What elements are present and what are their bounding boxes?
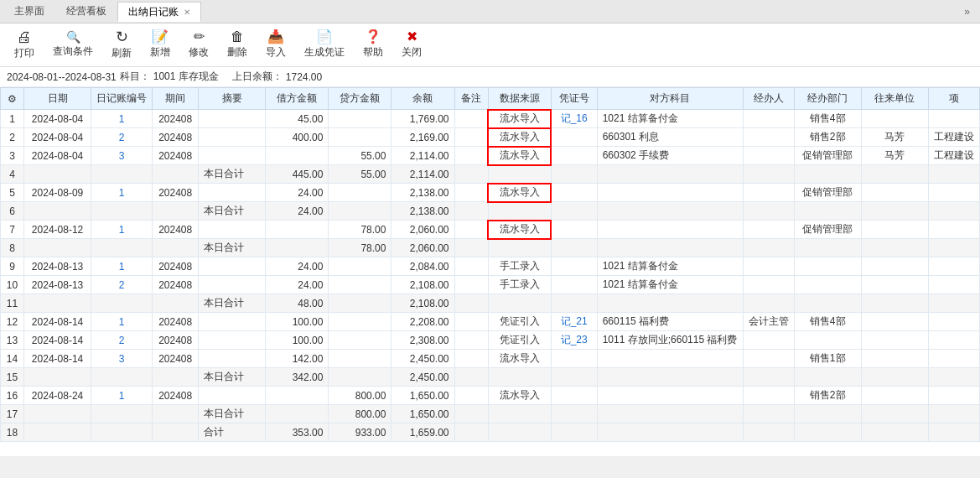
cell-vouchno[interactable]: [551, 387, 597, 405]
cell-vouchno[interactable]: [551, 221, 597, 239]
cell-datasrc: 流水导入: [488, 387, 551, 405]
import-label: 导入: [266, 45, 286, 60]
table-header-row: ⚙ 日期 日记账编号 期间 摘要 借方金额 贷方金额 余额 备注 数据来源 凭证…: [1, 88, 980, 110]
table-row[interactable]: 8本日合计78.002,060.00: [1, 239, 980, 257]
cell-vno[interactable]: [91, 405, 153, 423]
cell-vouchno[interactable]: [551, 147, 597, 165]
cell-vno[interactable]: [91, 423, 153, 442]
table-row[interactable]: 18合计353.00933.001,659.00: [1, 423, 980, 442]
delete-button[interactable]: 🗑 删除: [220, 27, 255, 64]
cell-credit: 55.00: [329, 165, 391, 184]
edit-icon: ✏: [194, 30, 205, 44]
tab-cashbook[interactable]: 出纳日记账 ✕: [117, 2, 201, 22]
table-row[interactable]: 132024-08-142202408100.002,308.00凭证引入记_2…: [1, 331, 980, 350]
table-row[interactable]: 72024-08-12120240878.002,060.00流水导入促销管理部: [1, 221, 980, 239]
cell-partner: [861, 184, 928, 202]
table-row[interactable]: 4本日合计445.0055.002,114.00: [1, 165, 980, 184]
cell-vno[interactable]: 1: [91, 184, 153, 202]
genvoucher-button[interactable]: 📄 生成凭证: [297, 27, 352, 64]
cell-remark: [454, 368, 488, 387]
table-row[interactable]: 102024-08-13220240824.002,108.00手工录入1021…: [1, 276, 980, 294]
cell-handler: [743, 405, 794, 423]
settings-col-header[interactable]: ⚙: [1, 88, 24, 110]
table-row[interactable]: 142024-08-143202408142.002,450.00流水导入销售1…: [1, 350, 980, 368]
import-button[interactable]: 📥 导入: [258, 27, 293, 64]
table-row[interactable]: 17本日合计800.001,650.00: [1, 405, 980, 423]
table-row[interactable]: 92024-08-13120240824.002,084.00手工录入1021 …: [1, 257, 980, 276]
cell-date: 2024-08-14: [24, 313, 91, 331]
cell-vouchno[interactable]: 记_23: [551, 331, 597, 350]
cell-vouchno[interactable]: [551, 294, 597, 313]
cell-vouchno[interactable]: 记_16: [551, 110, 597, 128]
cell-vno[interactable]: 2: [91, 331, 153, 350]
table-row[interactable]: 52024-08-09120240824.002,138.00流水导入促销管理部: [1, 184, 980, 202]
cell-vouchno[interactable]: [551, 423, 597, 442]
edit-button[interactable]: ✏ 修改: [181, 27, 216, 64]
cell-vno[interactable]: 1: [91, 257, 153, 276]
cell-vno[interactable]: 2: [91, 128, 153, 147]
cell-item: [928, 165, 979, 184]
table-row[interactable]: 122024-08-141202408100.002,208.00凭证引入记_2…: [1, 313, 980, 331]
table-row[interactable]: 22024-08-042202408400.002,169.00流水导入6603…: [1, 128, 980, 147]
help-button[interactable]: ❓ 帮助: [355, 27, 391, 64]
cell-partner: [861, 165, 928, 184]
cell-vno[interactable]: 1: [91, 110, 153, 128]
cell-seq: 16: [1, 387, 24, 405]
add-button[interactable]: 📝 新增: [143, 27, 178, 64]
cell-vouchno[interactable]: 记_21: [551, 313, 597, 331]
cell-remark: [454, 165, 488, 184]
cell-vno[interactable]: 1: [91, 387, 153, 405]
cell-partner: [861, 313, 928, 331]
table-row[interactable]: 32024-08-04320240855.002,114.00流水导入66030…: [1, 147, 980, 165]
cell-vouchno[interactable]: [551, 276, 597, 294]
tab-more-button[interactable]: »: [957, 6, 977, 18]
cell-item: [928, 350, 979, 368]
cell-vouchno[interactable]: [551, 368, 597, 387]
cell-vno[interactable]: [91, 202, 153, 221]
cell-vno[interactable]: [91, 368, 153, 387]
cell-vouchno[interactable]: [551, 405, 597, 423]
table-row[interactable]: 12024-08-04120240845.001,769.00流水导入记_161…: [1, 110, 980, 128]
table-row[interactable]: 11本日合计48.002,108.00: [1, 294, 980, 313]
cell-summary: [199, 387, 266, 405]
opening-value: 1724.00: [286, 71, 322, 83]
refresh-button[interactable]: ↻ 刷新: [104, 27, 139, 64]
cell-vouchno[interactable]: [551, 350, 597, 368]
cell-vouchno[interactable]: [551, 165, 597, 184]
cell-item: [928, 294, 979, 313]
cell-vno[interactable]: [91, 239, 153, 257]
tab-main[interactable]: 主界面: [3, 2, 55, 22]
cell-partner: [861, 331, 928, 350]
cell-date: 2024-08-12: [24, 221, 91, 239]
query-button[interactable]: 🔍 查询条件: [45, 27, 101, 64]
print-button[interactable]: 🖨 打印: [7, 27, 42, 64]
table-row[interactable]: 6本日合计24.002,138.00: [1, 202, 980, 221]
delete-label: 删除: [227, 45, 247, 60]
table-row[interactable]: 15本日合计342.002,450.00: [1, 368, 980, 387]
cell-datasrc: [488, 239, 551, 257]
cell-vouchno[interactable]: [551, 239, 597, 257]
cell-summary: 本日合计: [199, 239, 266, 257]
cell-vno[interactable]: 1: [91, 313, 153, 331]
cell-datasrc: 流水导入: [488, 184, 551, 202]
cell-handler: [743, 128, 794, 147]
cell-vno[interactable]: [91, 294, 153, 313]
close-tab-icon[interactable]: ✕: [184, 8, 190, 17]
cell-vno[interactable]: 3: [91, 147, 153, 165]
cell-credit: [329, 110, 391, 128]
cell-vno[interactable]: [91, 165, 153, 184]
tab-dashboard[interactable]: 经营看板: [55, 2, 117, 22]
table-row[interactable]: 162024-08-241202408800.001,650.00流水导入销售2…: [1, 387, 980, 405]
cell-vno[interactable]: 3: [91, 350, 153, 368]
cell-item: [928, 405, 979, 423]
close-icon: ✖: [407, 30, 417, 44]
cell-vouchno[interactable]: [551, 202, 597, 221]
cell-remark: [454, 202, 488, 221]
cell-vouchno[interactable]: [551, 128, 597, 147]
cell-vouchno[interactable]: [551, 257, 597, 276]
cell-vno[interactable]: 1: [91, 221, 153, 239]
close-button[interactable]: ✖ 关闭: [394, 27, 429, 64]
cell-balance: 2,084.00: [391, 257, 454, 276]
cell-vouchno[interactable]: [551, 184, 597, 202]
cell-vno[interactable]: 2: [91, 276, 153, 294]
